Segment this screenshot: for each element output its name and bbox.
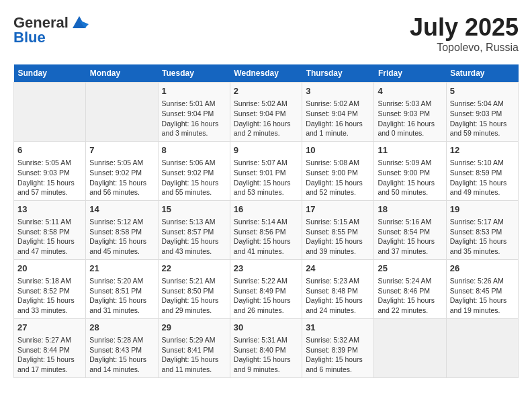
day-number: 23 bbox=[234, 263, 298, 275]
calendar-cell: 21Sunrise: 5:20 AMSunset: 8:51 PMDayligh… bbox=[86, 259, 158, 318]
day-info: Sunrise: 5:05 AMSunset: 9:02 PMDaylight:… bbox=[89, 158, 154, 197]
day-number: 21 bbox=[89, 263, 154, 275]
day-info: Sunrise: 5:18 AMSunset: 8:52 PMDaylight:… bbox=[17, 276, 82, 316]
day-number: 3 bbox=[306, 85, 370, 97]
page-header: General Blue July 2025 Topolevo, Russia bbox=[13, 13, 519, 54]
day-number: 6 bbox=[17, 144, 82, 156]
calendar-cell: 11Sunrise: 5:09 AMSunset: 9:00 PMDayligh… bbox=[374, 141, 446, 200]
calendar-cell: 8Sunrise: 5:06 AMSunset: 9:02 PMDaylight… bbox=[158, 141, 230, 200]
location-subtitle: Topolevo, Russia bbox=[410, 42, 519, 54]
calendar-cell: 28Sunrise: 5:28 AMSunset: 8:43 PMDayligh… bbox=[86, 318, 158, 377]
day-info: Sunrise: 5:32 AMSunset: 8:39 PMDaylight:… bbox=[306, 335, 370, 375]
day-info: Sunrise: 5:31 AMSunset: 8:40 PMDaylight:… bbox=[234, 335, 298, 375]
calendar-cell bbox=[86, 83, 158, 142]
day-info: Sunrise: 5:03 AMSunset: 9:03 PMDaylight:… bbox=[378, 99, 442, 138]
calendar-cell: 14Sunrise: 5:12 AMSunset: 8:58 PMDayligh… bbox=[86, 200, 158, 259]
day-number: 28 bbox=[89, 322, 154, 334]
day-number: 17 bbox=[306, 203, 370, 216]
day-number: 30 bbox=[234, 322, 298, 334]
calendar-cell: 2Sunrise: 5:02 AMSunset: 9:04 PMDaylight… bbox=[230, 83, 302, 142]
day-info: Sunrise: 5:27 AMSunset: 8:44 PMDaylight:… bbox=[17, 335, 82, 375]
day-info: Sunrise: 5:05 AMSunset: 9:03 PMDaylight:… bbox=[17, 158, 82, 197]
logo-icon bbox=[70, 13, 89, 32]
calendar-cell: 31Sunrise: 5:32 AMSunset: 8:39 PMDayligh… bbox=[302, 318, 374, 377]
calendar-cell: 26Sunrise: 5:26 AMSunset: 8:45 PMDayligh… bbox=[446, 259, 518, 318]
day-info: Sunrise: 5:02 AMSunset: 9:04 PMDaylight:… bbox=[234, 99, 298, 138]
calendar-cell: 25Sunrise: 5:24 AMSunset: 8:46 PMDayligh… bbox=[374, 259, 446, 318]
day-info: Sunrise: 5:29 AMSunset: 8:41 PMDaylight:… bbox=[162, 335, 226, 375]
day-info: Sunrise: 5:15 AMSunset: 8:55 PMDaylight:… bbox=[306, 217, 370, 257]
day-info: Sunrise: 5:02 AMSunset: 9:04 PMDaylight:… bbox=[306, 99, 370, 138]
day-info: Sunrise: 5:17 AMSunset: 8:53 PMDaylight:… bbox=[450, 217, 515, 257]
day-info: Sunrise: 5:12 AMSunset: 8:58 PMDaylight:… bbox=[89, 217, 154, 257]
calendar-cell: 29Sunrise: 5:29 AMSunset: 8:41 PMDayligh… bbox=[158, 318, 230, 377]
calendar-cell: 24Sunrise: 5:23 AMSunset: 8:48 PMDayligh… bbox=[302, 259, 374, 318]
day-number: 10 bbox=[306, 144, 370, 156]
day-number: 12 bbox=[450, 144, 515, 156]
calendar-cell: 18Sunrise: 5:16 AMSunset: 8:54 PMDayligh… bbox=[374, 200, 446, 259]
calendar-cell bbox=[446, 318, 518, 377]
day-info: Sunrise: 5:06 AMSunset: 9:02 PMDaylight:… bbox=[162, 158, 226, 197]
day-info: Sunrise: 5:22 AMSunset: 8:49 PMDaylight:… bbox=[234, 276, 298, 316]
month-year-title: July 2025 bbox=[410, 13, 519, 42]
column-header-wednesday: Wednesday bbox=[230, 64, 302, 83]
calendar-week-row: 27Sunrise: 5:27 AMSunset: 8:44 PMDayligh… bbox=[14, 318, 519, 377]
calendar-cell: 19Sunrise: 5:17 AMSunset: 8:53 PMDayligh… bbox=[446, 200, 518, 259]
day-number: 24 bbox=[306, 263, 370, 275]
calendar-cell: 7Sunrise: 5:05 AMSunset: 9:02 PMDaylight… bbox=[86, 141, 158, 200]
column-header-tuesday: Tuesday bbox=[158, 64, 230, 83]
calendar-cell: 9Sunrise: 5:07 AMSunset: 9:01 PMDaylight… bbox=[230, 141, 302, 200]
column-header-thursday: Thursday bbox=[302, 64, 374, 83]
day-info: Sunrise: 5:28 AMSunset: 8:43 PMDaylight:… bbox=[89, 335, 154, 375]
column-header-saturday: Saturday bbox=[446, 64, 518, 83]
calendar-cell: 30Sunrise: 5:31 AMSunset: 8:40 PMDayligh… bbox=[230, 318, 302, 377]
day-info: Sunrise: 5:20 AMSunset: 8:51 PMDaylight:… bbox=[89, 276, 154, 316]
calendar-cell: 27Sunrise: 5:27 AMSunset: 8:44 PMDayligh… bbox=[14, 318, 86, 377]
calendar-cell: 20Sunrise: 5:18 AMSunset: 8:52 PMDayligh… bbox=[14, 259, 86, 318]
day-number: 20 bbox=[17, 263, 82, 275]
calendar-cell: 23Sunrise: 5:22 AMSunset: 8:49 PMDayligh… bbox=[230, 259, 302, 318]
day-info: Sunrise: 5:23 AMSunset: 8:48 PMDaylight:… bbox=[306, 276, 370, 316]
day-number: 16 bbox=[234, 203, 298, 216]
calendar-week-row: 13Sunrise: 5:11 AMSunset: 8:58 PMDayligh… bbox=[14, 200, 519, 259]
calendar-cell: 12Sunrise: 5:10 AMSunset: 8:59 PMDayligh… bbox=[446, 141, 518, 200]
calendar-week-row: 20Sunrise: 5:18 AMSunset: 8:52 PMDayligh… bbox=[14, 259, 519, 318]
calendar-cell bbox=[374, 318, 446, 377]
day-info: Sunrise: 5:01 AMSunset: 9:04 PMDaylight:… bbox=[162, 99, 226, 138]
calendar-cell: 22Sunrise: 5:21 AMSunset: 8:50 PMDayligh… bbox=[158, 259, 230, 318]
day-info: Sunrise: 5:11 AMSunset: 8:58 PMDaylight:… bbox=[17, 217, 82, 257]
day-number: 18 bbox=[378, 203, 442, 216]
column-header-monday: Monday bbox=[86, 64, 158, 83]
day-info: Sunrise: 5:16 AMSunset: 8:54 PMDaylight:… bbox=[378, 217, 442, 257]
day-info: Sunrise: 5:24 AMSunset: 8:46 PMDaylight:… bbox=[378, 276, 442, 316]
day-number: 14 bbox=[89, 203, 154, 216]
day-number: 27 bbox=[17, 322, 82, 334]
day-number: 7 bbox=[89, 144, 154, 156]
day-number: 2 bbox=[234, 85, 298, 97]
calendar-cell: 4Sunrise: 5:03 AMSunset: 9:03 PMDaylight… bbox=[374, 83, 446, 142]
day-info: Sunrise: 5:14 AMSunset: 8:56 PMDaylight:… bbox=[234, 217, 298, 257]
calendar-cell: 3Sunrise: 5:02 AMSunset: 9:04 PMDaylight… bbox=[302, 83, 374, 142]
day-number: 8 bbox=[162, 144, 226, 156]
day-number: 31 bbox=[306, 322, 370, 334]
day-number: 25 bbox=[378, 263, 442, 275]
day-number: 13 bbox=[17, 203, 82, 216]
calendar-cell: 17Sunrise: 5:15 AMSunset: 8:55 PMDayligh… bbox=[302, 200, 374, 259]
column-header-sunday: Sunday bbox=[14, 64, 86, 83]
title-block: July 2025 Topolevo, Russia bbox=[410, 13, 519, 54]
logo: General Blue bbox=[13, 13, 89, 46]
calendar-cell: 1Sunrise: 5:01 AMSunset: 9:04 PMDaylight… bbox=[158, 83, 230, 142]
column-header-friday: Friday bbox=[374, 64, 446, 83]
day-info: Sunrise: 5:07 AMSunset: 9:01 PMDaylight:… bbox=[234, 158, 298, 197]
day-info: Sunrise: 5:09 AMSunset: 9:00 PMDaylight:… bbox=[378, 158, 442, 197]
day-number: 19 bbox=[450, 203, 515, 216]
day-info: Sunrise: 5:26 AMSunset: 8:45 PMDaylight:… bbox=[450, 276, 515, 316]
day-number: 22 bbox=[162, 263, 226, 275]
calendar-table: SundayMondayTuesdayWednesdayThursdayFrid… bbox=[13, 64, 519, 378]
calendar-cell: 15Sunrise: 5:13 AMSunset: 8:57 PMDayligh… bbox=[158, 200, 230, 259]
calendar-header-row: SundayMondayTuesdayWednesdayThursdayFrid… bbox=[14, 64, 519, 83]
day-number: 11 bbox=[378, 144, 442, 156]
calendar-cell bbox=[14, 83, 86, 142]
day-info: Sunrise: 5:10 AMSunset: 8:59 PMDaylight:… bbox=[450, 158, 515, 197]
calendar-cell: 10Sunrise: 5:08 AMSunset: 9:00 PMDayligh… bbox=[302, 141, 374, 200]
